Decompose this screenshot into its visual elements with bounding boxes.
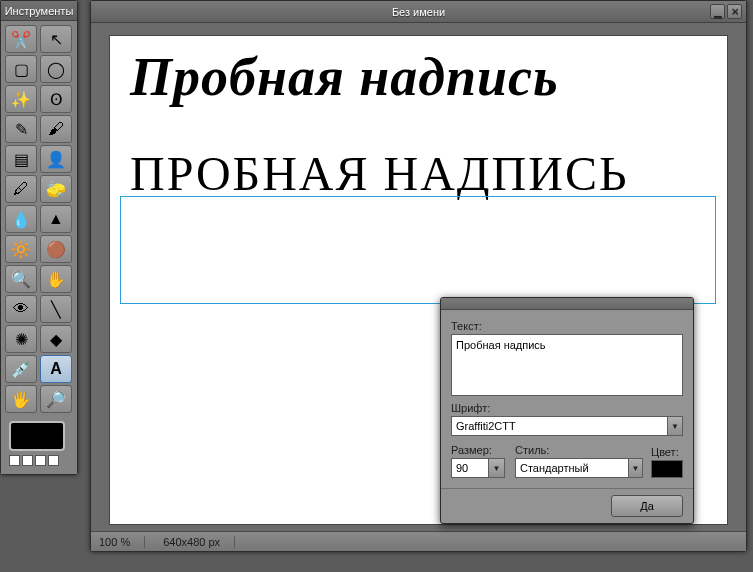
lasso-tool[interactable]: ʘ <box>40 85 72 113</box>
size-input[interactable] <box>451 458 489 478</box>
status-zoom: 100 % <box>99 536 145 548</box>
document-titlebar[interactable]: Без имени ▁ ✕ <box>91 1 746 23</box>
dodge-tool[interactable]: 🔆 <box>5 235 37 263</box>
status-dimensions: 640x480 px <box>163 536 235 548</box>
swatch-3[interactable] <box>35 455 46 466</box>
font-label: Шрифт: <box>451 402 683 414</box>
text-layer-2[interactable]: ПРОБНАЯ НАДПИСЬ <box>130 146 629 201</box>
size-dropdown-button[interactable]: ▼ <box>489 458 505 478</box>
swatch-1[interactable] <box>9 455 20 466</box>
brush-tool[interactable]: 🖌 <box>40 115 72 143</box>
style-select[interactable] <box>515 458 629 478</box>
status-bar: 100 % 640x480 px <box>91 531 746 551</box>
text-layer-1[interactable]: Пробная надпись <box>130 46 559 108</box>
gradient-tool[interactable]: ▤ <box>5 145 37 173</box>
close-button[interactable]: ✕ <box>727 4 742 19</box>
text-tool-dialog: Текст: Шрифт: ▼ Размер: ▼ Стиль: ▼ <box>440 297 694 524</box>
healing-tool[interactable]: ✺ <box>5 325 37 353</box>
move-tool[interactable]: ↖ <box>40 25 72 53</box>
shape-tool[interactable]: ◆ <box>40 325 72 353</box>
color-label: Цвет: <box>651 446 683 458</box>
blur-tool[interactable]: 💧 <box>5 205 37 233</box>
font-select[interactable] <box>451 416 668 436</box>
eraser-tool[interactable]: 🧽 <box>40 175 72 203</box>
redeye-tool[interactable]: 👁 <box>5 295 37 323</box>
wand-tool[interactable]: ✨ <box>5 85 37 113</box>
minimize-button[interactable]: ▁ <box>710 4 725 19</box>
hand-tool[interactable]: ✋ <box>40 265 72 293</box>
tool-palette-title[interactable]: Инструменты <box>1 1 77 21</box>
clone-tool[interactable]: 🖊 <box>5 175 37 203</box>
text-tool[interactable]: A <box>40 355 72 383</box>
swatch-4[interactable] <box>48 455 59 466</box>
rect-select-tool[interactable]: ▢ <box>5 55 37 83</box>
sharpen-tool[interactable]: ▲ <box>40 205 72 233</box>
picker-tool[interactable]: 💉 <box>5 355 37 383</box>
ellipse-select-tool[interactable]: ◯ <box>40 55 72 83</box>
color-swatches <box>1 417 77 474</box>
pan-tool[interactable]: 🖐 <box>5 385 37 413</box>
text-label: Текст: <box>451 320 683 332</box>
line-tool[interactable]: ╲ <box>40 295 72 323</box>
dialog-titlebar[interactable] <box>441 298 693 310</box>
color-picker[interactable] <box>651 460 683 478</box>
crop-tool[interactable]: ✂️ <box>5 25 37 53</box>
size-label: Размер: <box>451 444 507 456</box>
tool-grid: ✂️ ↖ ▢ ◯ ✨ ʘ ✎ 🖌 ▤ 👤 🖊 🧽 💧 ▲ 🔆 🟤 🔍 ✋ 👁 ╲… <box>1 21 77 417</box>
swatch-2[interactable] <box>22 455 33 466</box>
font-dropdown-button[interactable]: ▼ <box>668 416 683 436</box>
tool-palette-window: Инструменты ✂️ ↖ ▢ ◯ ✨ ʘ ✎ 🖌 ▤ 👤 🖊 🧽 💧 ▲… <box>0 0 78 475</box>
foreground-color[interactable] <box>9 421 65 451</box>
style-dropdown-button[interactable]: ▼ <box>629 458 643 478</box>
text-input[interactable] <box>451 334 683 396</box>
document-title: Без имени <box>392 6 445 18</box>
zoom-tool[interactable]: 🔍 <box>5 265 37 293</box>
style-label: Стиль: <box>515 444 643 456</box>
magnify-tool[interactable]: 🔎 <box>40 385 72 413</box>
burn-tool[interactable]: 🟤 <box>40 235 72 263</box>
text-layer-3[interactable]: Пробная надпись <box>130 202 669 280</box>
pencil-tool[interactable]: ✎ <box>5 115 37 143</box>
ok-button[interactable]: Да <box>611 495 683 517</box>
stamp-tool[interactable]: 👤 <box>40 145 72 173</box>
